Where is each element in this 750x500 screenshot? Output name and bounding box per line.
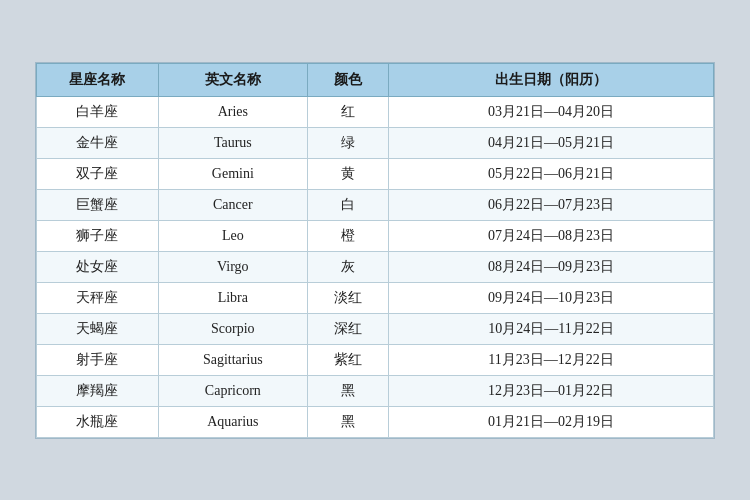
cell-date: 07月24日—08月23日 <box>389 220 714 251</box>
cell-english-name: Cancer <box>158 189 307 220</box>
table-row: 射手座Sagittarius紫红11月23日—12月22日 <box>37 344 714 375</box>
zodiac-table-container: 星座名称 英文名称 颜色 出生日期（阳历） 白羊座Aries红03月21日—04… <box>35 62 715 439</box>
cell-date: 10月24日—11月22日 <box>389 313 714 344</box>
cell-chinese-name: 双子座 <box>37 158 159 189</box>
cell-date: 09月24日—10月23日 <box>389 282 714 313</box>
table-row: 双子座Gemini黄05月22日—06月21日 <box>37 158 714 189</box>
cell-date: 08月24日—09月23日 <box>389 251 714 282</box>
cell-english-name: Sagittarius <box>158 344 307 375</box>
cell-chinese-name: 射手座 <box>37 344 159 375</box>
cell-color: 淡红 <box>307 282 388 313</box>
cell-date: 06月22日—07月23日 <box>389 189 714 220</box>
cell-color: 灰 <box>307 251 388 282</box>
cell-english-name: Gemini <box>158 158 307 189</box>
cell-date: 11月23日—12月22日 <box>389 344 714 375</box>
cell-english-name: Leo <box>158 220 307 251</box>
cell-color: 黑 <box>307 375 388 406</box>
table-row: 金牛座Taurus绿04月21日—05月21日 <box>37 127 714 158</box>
cell-color: 紫红 <box>307 344 388 375</box>
cell-color: 绿 <box>307 127 388 158</box>
cell-english-name: Virgo <box>158 251 307 282</box>
cell-date: 01月21日—02月19日 <box>389 406 714 437</box>
cell-color: 红 <box>307 96 388 127</box>
cell-chinese-name: 天秤座 <box>37 282 159 313</box>
cell-chinese-name: 狮子座 <box>37 220 159 251</box>
table-row: 白羊座Aries红03月21日—04月20日 <box>37 96 714 127</box>
table-row: 狮子座Leo橙07月24日—08月23日 <box>37 220 714 251</box>
table-row: 天蝎座Scorpio深红10月24日—11月22日 <box>37 313 714 344</box>
header-color: 颜色 <box>307 63 388 96</box>
cell-color: 深红 <box>307 313 388 344</box>
header-english-name: 英文名称 <box>158 63 307 96</box>
table-header-row: 星座名称 英文名称 颜色 出生日期（阳历） <box>37 63 714 96</box>
cell-chinese-name: 天蝎座 <box>37 313 159 344</box>
cell-date: 03月21日—04月20日 <box>389 96 714 127</box>
table-body: 白羊座Aries红03月21日—04月20日金牛座Taurus绿04月21日—0… <box>37 96 714 437</box>
cell-date: 12月23日—01月22日 <box>389 375 714 406</box>
header-date: 出生日期（阳历） <box>389 63 714 96</box>
cell-date: 05月22日—06月21日 <box>389 158 714 189</box>
zodiac-table: 星座名称 英文名称 颜色 出生日期（阳历） 白羊座Aries红03月21日—04… <box>36 63 714 438</box>
cell-english-name: Scorpio <box>158 313 307 344</box>
cell-english-name: Capricorn <box>158 375 307 406</box>
cell-english-name: Taurus <box>158 127 307 158</box>
cell-chinese-name: 金牛座 <box>37 127 159 158</box>
cell-chinese-name: 处女座 <box>37 251 159 282</box>
cell-chinese-name: 水瓶座 <box>37 406 159 437</box>
table-row: 水瓶座Aquarius黑01月21日—02月19日 <box>37 406 714 437</box>
table-row: 处女座Virgo灰08月24日—09月23日 <box>37 251 714 282</box>
cell-english-name: Libra <box>158 282 307 313</box>
cell-color: 橙 <box>307 220 388 251</box>
cell-english-name: Aries <box>158 96 307 127</box>
cell-color: 黄 <box>307 158 388 189</box>
table-row: 天秤座Libra淡红09月24日—10月23日 <box>37 282 714 313</box>
cell-color: 黑 <box>307 406 388 437</box>
cell-chinese-name: 摩羯座 <box>37 375 159 406</box>
table-row: 巨蟹座Cancer白06月22日—07月23日 <box>37 189 714 220</box>
cell-chinese-name: 巨蟹座 <box>37 189 159 220</box>
cell-english-name: Aquarius <box>158 406 307 437</box>
cell-date: 04月21日—05月21日 <box>389 127 714 158</box>
header-chinese-name: 星座名称 <box>37 63 159 96</box>
cell-chinese-name: 白羊座 <box>37 96 159 127</box>
table-row: 摩羯座Capricorn黑12月23日—01月22日 <box>37 375 714 406</box>
cell-color: 白 <box>307 189 388 220</box>
